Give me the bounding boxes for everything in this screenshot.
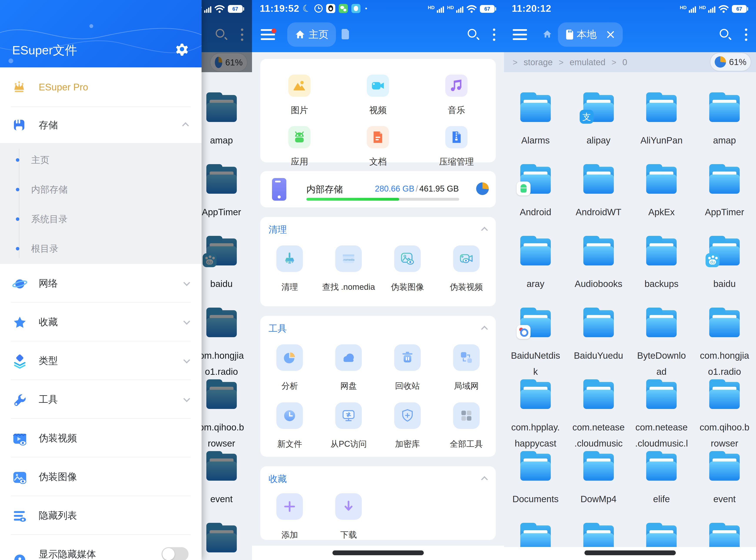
drawer-subitem[interactable]: 系统目录 [0,204,202,234]
tool-tile[interactable]: 添加 [260,493,319,540]
category-item[interactable]: 文档 [339,126,417,167]
close-tab-icon[interactable] [606,30,615,39]
category-item[interactable]: 图片 [260,75,339,116]
drawer-item[interactable]: 显示隐藏媒体 [0,535,202,560]
tool-tile[interactable]: 全部工具 [437,402,496,449]
planet-icon [12,276,26,290]
tool-tile[interactable]: 网盘 [319,344,378,392]
drawer-subitem[interactable]: 内部存储 [0,175,202,204]
drawer-item-pro[interactable]: ESuper Pro [0,67,202,107]
storage-title: 内部存储 [306,183,343,196]
wrench-icon [12,393,26,406]
drawer-item[interactable]: 类型 [0,341,202,380]
folder-item[interactable]: ApkEx [630,163,693,235]
breadcrumb-segment[interactable]: >emulated [559,57,612,67]
collapse-chevron-icon[interactable] [481,476,488,483]
overflow-menu-icon[interactable] [745,28,747,41]
folder-item[interactable]: elife [630,450,693,522]
search-icon[interactable] [468,29,479,40]
screenshot-local-files: 11:20:12 HD HD 67 本地 > [504,0,756,560]
drawer-rows: 网络 收藏 类型 工具 伪装视频 伪装图像 隐藏列表 显示隐藏媒体 [0,264,202,560]
toggle-switch[interactable] [162,547,188,560]
home-ghost-icon[interactable] [542,29,552,40]
folder-item[interactable]: com.netease.cloudmusic [567,378,630,450]
search-icon[interactable] [720,29,731,40]
tab-home[interactable]: 主页 [287,22,336,47]
folder-item[interactable]: BaiduNetdisk [504,306,567,378]
folder-item[interactable]: DowMp4 [567,450,630,522]
tool-tile[interactable]: 伪装视频 [437,245,496,293]
tool-tile[interactable]: .nomedia 查找 .nomedia [319,245,378,293]
folder-item[interactable]: alipay [567,91,630,163]
folder-item[interactable]: AndroidWT [567,163,630,235]
tool-tile[interactable]: 回收站 [378,344,437,392]
home-indicator[interactable] [333,551,424,555]
category-item[interactable]: 应用 [260,126,339,167]
folder-item[interactable]: Android [504,163,567,235]
drawer-subitem[interactable]: 根目录 [0,234,202,263]
drawer-item[interactable]: 伪装图像 [0,457,202,496]
folder-item[interactable]: AliYunPan [630,91,693,163]
menu-button[interactable] [513,28,527,41]
folder-item[interactable]: com.qihoo.browser [693,378,756,450]
folder-item[interactable]: Documents [504,450,567,522]
search-icon[interactable] [216,29,227,40]
home-indicator[interactable] [584,551,676,555]
folder-item[interactable]: backups [630,235,693,306]
folder-item[interactable]: com.hpplay.happycast [504,378,567,450]
drawer-subitem[interactable]: 主页 [0,145,202,175]
baidu-badge-icon [203,253,217,267]
pie-icon[interactable] [476,182,489,195]
tool-tile[interactable]: 清理 [260,245,319,293]
home-content: 图片 视频 音乐 应用 文档 压缩管理 内部存储 280.66 GB/461.9… [252,52,504,560]
overflow-menu-icon[interactable] [493,28,495,41]
folder-item[interactable]: Alarms [504,91,567,163]
tool-tile[interactable]: 伪装图像 [378,245,437,293]
status-right-cluster: HD HD 67 [428,4,496,13]
breadcrumb-segment[interactable]: >storage [513,57,559,67]
folder-label: AndroidWT [576,204,621,220]
menu-button[interactable] [261,28,275,41]
drawer-item[interactable]: 伪装视频 [0,419,202,457]
folder-label: alipay [586,133,611,148]
breadcrumb-segment[interactable]: >0 [611,57,633,67]
drawer-item[interactable]: 工具 [0,380,202,419]
battery-icon: 67 [732,5,748,13]
tool-tile[interactable]: 局域网 [437,344,496,392]
folder-item[interactable]: baidu [693,235,756,306]
folder-item[interactable]: Audiobooks [567,235,630,306]
alipay-badge-icon [580,110,594,124]
category-label: 图片 [291,104,308,116]
category-label: 视频 [369,104,386,116]
drawer-item[interactable]: 收藏 [0,303,202,341]
chevron-up-icon [182,122,189,129]
drawer-item-label: 类型 [39,354,58,367]
folder-item[interactable]: com.hongjiao1.radio [693,306,756,378]
internal-storage-card[interactable]: 内部存储 280.66 GB/461.95 GB [260,171,496,207]
tool-tile[interactable]: 新文件 [260,402,319,449]
tool-tile[interactable]: 分析 [260,344,319,392]
settings-gear-icon[interactable] [175,42,189,57]
overflow-menu-icon[interactable] [241,28,243,41]
folder-item[interactable]: com.netease.cloudmusic.l [630,378,693,450]
drawer-item[interactable]: 网络 [0,264,202,303]
folder-item[interactable]: BaiduYuedu [567,306,630,378]
storage-percent-badge[interactable]: 61% [210,53,247,72]
category-item[interactable]: 音乐 [417,75,496,116]
folder-item[interactable]: AppTimer [693,163,756,235]
folder-item[interactable]: ByteDownload [630,306,693,378]
category-item[interactable]: 压缩管理 [417,126,496,167]
drawer-item-storage[interactable]: 存储 [0,107,202,143]
collapse-chevron-icon[interactable] [481,326,488,333]
category-item[interactable]: 视频 [339,75,417,116]
tool-tile[interactable]: 加密库 [378,402,437,449]
tool-tile[interactable]: 从PC访问 [319,402,378,449]
folder-item[interactable]: event [693,450,756,522]
collapse-chevron-icon[interactable] [481,227,488,234]
folder-item[interactable]: amap [693,91,756,163]
folder-item[interactable]: aray [504,235,567,306]
drawer-item[interactable]: 隐藏列表 [0,496,202,535]
tool-tile[interactable]: 下载 [319,493,378,540]
storage-percent-badge[interactable]: 61% [710,53,751,71]
tab-local[interactable]: 本地 [558,22,623,47]
